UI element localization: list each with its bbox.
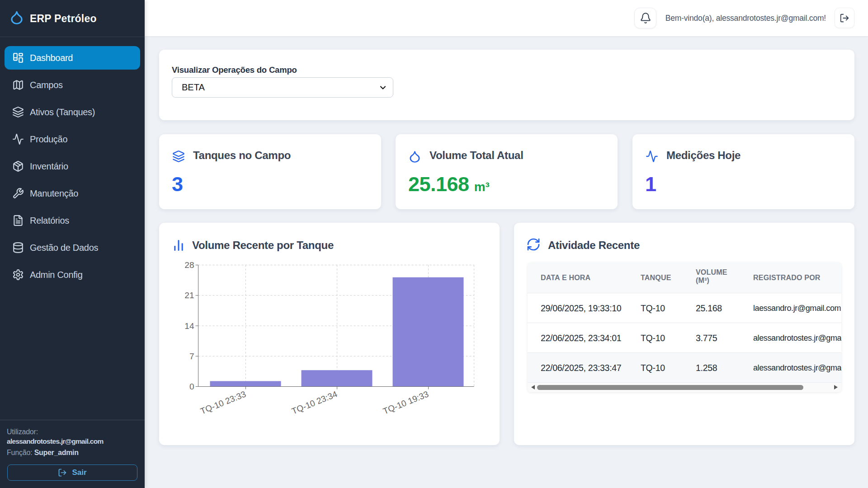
svg-text:28: 28 (184, 260, 194, 270)
svg-text:TQ-10 23:34: TQ-10 23:34 (290, 389, 339, 416)
svg-text:14: 14 (184, 321, 194, 331)
svg-text:TQ-10 23:33: TQ-10 23:33 (199, 389, 247, 416)
svg-text:7: 7 (189, 352, 194, 361)
svg-text:21: 21 (184, 291, 194, 300)
svg-text:0: 0 (189, 382, 194, 391)
svg-text:TQ-10 19:33: TQ-10 19:33 (382, 389, 430, 416)
